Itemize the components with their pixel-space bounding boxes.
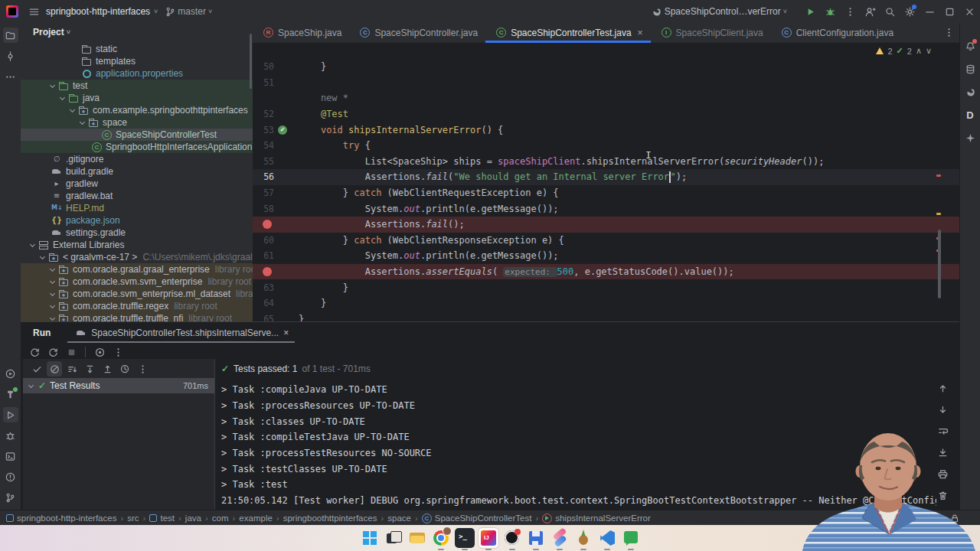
tree-item-java[interactable]: java [21,92,253,104]
tree-item-help-md[interactable]: M↓HELP.md [21,202,253,214]
more-tools-icon[interactable] [3,69,18,84]
services-tool-icon[interactable] [3,366,18,381]
run-configuration-selector[interactable]: SpaceShipControl…verError ˅ [649,4,792,19]
gutter[interactable]: 53✓ [253,122,299,138]
close-icon[interactable]: × [638,28,643,38]
chevron-expanded-icon[interactable] [39,254,46,261]
minimize-button[interactable] [922,4,937,19]
code-line-64[interactable]: 64 } [253,295,959,311]
google-chat-icon[interactable] [621,528,641,548]
tab-spaceshipcontrollertest-java[interactable]: CSpaceShipControllerTest.java× [485,23,650,42]
run-tool-icon[interactable] [3,407,18,422]
documentation-tool-icon[interactable]: D [962,107,978,122]
chevron-expanded-icon[interactable] [49,83,56,90]
gutter[interactable]: 54 [253,138,299,154]
sort-alphabetically-icon[interactable] [64,361,80,377]
chevron-expanded-icon[interactable] [49,279,56,285]
status-branch[interactable]: master [917,514,944,523]
gutter[interactable]: 55 [253,154,299,170]
tree-item-test[interactable]: test [21,80,253,92]
filter-icon[interactable] [92,344,107,360]
breadcrumb-item-src[interactable]: src [127,514,139,523]
chevron-expanded-icon[interactable] [49,266,56,273]
scroll-to-end-icon[interactable] [935,445,950,460]
maximize-button[interactable] [942,4,957,19]
debug-button[interactable] [822,4,838,19]
code-with-me-icon[interactable] [862,4,877,19]
code-line-63[interactable]: 63 } [253,279,959,295]
gutter[interactable]: 51 [253,75,299,91]
tree-item-space[interactable]: space [21,116,253,129]
breadcrumb-item-java[interactable]: java [185,514,201,523]
more-actions-icon[interactable] [842,4,858,19]
design-app-icon[interactable] [550,528,570,548]
code-line-56[interactable]: 56 Assertions.fail("We should get an Int… [253,169,959,185]
tab-spaceshipclient-java[interactable]: ISpaceShipClient.java [651,23,771,42]
obs-studio-icon[interactable] [502,528,522,548]
notifications-icon[interactable] [962,38,978,54]
breakpoint-icon[interactable] [263,220,272,229]
stripe-mark[interactable] [936,213,941,215]
gutter[interactable] [253,217,299,233]
chevron-up-icon[interactable]: ∧ [916,46,922,56]
gradle-tool-icon[interactable] [962,84,978,99]
rerun-icon[interactable] [27,344,42,360]
gutter[interactable]: 65 [253,311,299,322]
next-occurrence-icon[interactable] [935,402,950,417]
gutter[interactable]: 60 [253,233,299,249]
chevron-expanded-icon[interactable] [69,107,76,114]
ai-assistant-tool-icon[interactable] [962,130,978,145]
code-line[interactable]: new * [253,90,959,106]
editor[interactable]: 50 }51 new *52 @Test53✓ void shipsIntern… [253,23,959,321]
code-line-60[interactable]: 60 } catch (WebClientResponseException e… [253,233,959,249]
terminal-tool-icon[interactable] [3,448,18,464]
run-button[interactable] [802,4,818,19]
terminal-icon[interactable] [455,528,475,548]
tree-item-com-example-springboothttpinterfaces[interactable]: com.example.springboothttpinterfaces [21,104,253,116]
gutter[interactable] [253,90,299,106]
project-panel-header[interactable]: Project ˅ [21,23,253,41]
tree-item-com-oracle-svm-svm-enterprise[interactable]: com.oracle.svm.svm_enterpriselibrary roo… [21,276,253,288]
tree-item-build-gradle[interactable]: build.gradle [21,165,253,178]
more-icon[interactable] [135,361,150,377]
tree-item-templates[interactable]: templates [21,55,253,67]
vscode-icon[interactable] [597,528,617,548]
gutter[interactable]: 61 [253,248,299,264]
debug-tool-icon[interactable] [3,428,18,443]
tree-item-external-libraries[interactable]: External Libraries [21,239,253,251]
code-line-54[interactable]: 54 try { [253,138,959,154]
gutter[interactable]: 63 [253,279,299,295]
commit-tool-icon[interactable] [3,48,18,64]
tree-item-com-oracle-graal-graal-enterprise[interactable]: com.oracle.graal.graal_enterpriselibrary… [21,263,253,276]
tree-item-gradlew[interactable]: ▸gradlew [21,178,253,190]
expand-all-icon[interactable] [82,361,97,377]
breadcrumb-item-springboothttpinterfaces[interactable]: springboothttpinterfaces [283,514,377,523]
print-icon[interactable] [935,466,950,481]
tree-item-settings-gradle[interactable]: settings.gradle [21,227,253,239]
chevron-expanded-icon[interactable] [79,119,86,126]
gutter[interactable]: 50 [253,59,299,75]
clear-all-icon[interactable] [935,487,950,503]
stop-icon[interactable] [64,344,79,360]
previous-occurrence-icon[interactable] [935,380,950,396]
paint-app-icon[interactable] [573,528,593,548]
chevron-expanded-icon[interactable] [28,383,34,390]
console-output[interactable]: > Task :compileJava UP-TO-DATE> Task :pr… [221,382,936,510]
breadcrumb-item-shipsinternalservererror[interactable]: shipsInternalServerError [542,514,651,523]
problems-tool-icon[interactable] [3,469,18,484]
intellij-idea-icon[interactable] [479,528,498,548]
chevron-expanded-icon[interactable] [49,315,56,322]
breadcrumb-item-springboot-http-interfaces[interactable]: springboot-http-interfaces [6,514,116,523]
tree-item-springboothttpinterfacesapplicationtests[interactable]: CSpringbootHttpInterfacesApplicationTest… [21,141,253,153]
breadcrumb-item-spaceshipcontrollertest[interactable]: CSpaceShipControllerTest [422,514,532,523]
file-explorer-icon[interactable] [407,528,427,548]
soft-wrap-icon[interactable] [935,423,950,439]
code-line-57[interactable]: 57 } catch (WebClientRequestException e)… [253,185,959,201]
save-app-icon[interactable] [526,528,546,548]
console-pane[interactable]: ✓ Tests passed: 1 of 1 test - 701ms > Ta… [214,359,959,510]
tree-item-static[interactable]: static [21,43,253,55]
hide-passed-icon[interactable] [47,361,62,377]
tree-item--gitignore[interactable]: ∅.gitignore [21,153,253,165]
rerun-failed-tests-icon[interactable] [45,344,60,360]
code-line-53[interactable]: 53✓ void shipsInternalServerError() { [253,122,959,138]
